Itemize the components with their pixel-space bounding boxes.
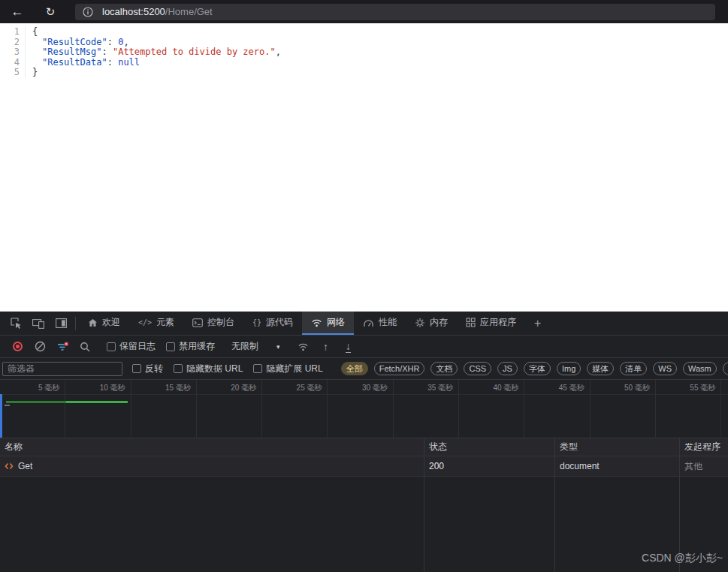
filter-pill-manifest[interactable]: 清单	[620, 362, 647, 375]
timeline-tick: 35 毫秒	[394, 380, 459, 438]
json-line: "ResultData": null	[32, 58, 281, 68]
column-header-initiator[interactable]: 发起程序	[680, 438, 728, 456]
timeline-tick: 50 毫秒	[591, 380, 656, 438]
filter-pill-css[interactable]: CSS	[464, 362, 491, 375]
request-initiator-cell: 其他	[680, 456, 728, 476]
table-filler-column	[424, 477, 555, 572]
divider	[75, 317, 76, 330]
address-bar[interactable]: localhost:5200/Home/Get	[75, 4, 715, 20]
timeline-tick: 10 毫秒	[65, 380, 131, 438]
timeline-tick: 30 毫秒	[328, 380, 393, 438]
more-tabs-button[interactable]: +	[525, 312, 550, 335]
line-number-gutter: 1 2 3 4 5	[0, 27, 26, 78]
preserve-log-checkbox[interactable]: 保留日志	[107, 340, 156, 353]
request-name-cell: Get	[0, 456, 424, 476]
checkbox-icon[interactable]	[166, 342, 175, 351]
home-icon	[88, 318, 98, 327]
timeline-tick: 25 毫秒	[262, 380, 328, 438]
table-filler-column	[0, 477, 424, 572]
performance-icon	[363, 318, 374, 327]
download-arrow-icon: ↓	[346, 341, 351, 353]
console-icon	[192, 318, 203, 327]
request-type-filters: 全部 Fetch/XHR 文档 CSS JS 字体 Img 媒体 清单 WS W…	[335, 362, 728, 375]
divider	[0, 394, 728, 395]
devtools-tool-icons	[0, 312, 72, 335]
tab-sources[interactable]: {}源代码	[243, 312, 302, 335]
network-overview[interactable]: 5 毫秒 10 毫秒 15 毫秒 20 毫秒 25 毫秒 30 毫秒 35 毫秒…	[0, 380, 728, 438]
search-button[interactable]	[74, 338, 96, 356]
json-line: }	[32, 68, 281, 78]
site-info-icon[interactable]	[83, 7, 93, 17]
line-number: 3	[0, 47, 20, 58]
tab-elements[interactable]: </>元素	[129, 312, 183, 335]
network-filter-bar: 反转 隐藏数据 URL 隐藏扩展 URL 全部 Fetch/XHR 文档 CSS…	[0, 358, 728, 380]
filter-pill-wasm[interactable]: Wasm	[683, 362, 717, 375]
checkbox-icon[interactable]	[174, 364, 183, 373]
filter-pill-img[interactable]: Img	[557, 362, 581, 375]
throttling-select[interactable]: 无限制	[231, 340, 258, 353]
column-header-type[interactable]: 类型	[555, 438, 680, 456]
url-text: localhost:5200/Home/Get	[102, 6, 213, 17]
sources-icon: {}	[252, 318, 261, 327]
json-response-view: 1 2 3 4 5 { "ResultCode": 0, "ResultMsg"…	[0, 23, 728, 78]
filter-pill-other[interactable]: 其他	[723, 362, 728, 375]
line-number: 4	[0, 58, 20, 68]
devtools-tabbar: 欢迎 </>元素 控制台 {}源代码 网络 性能 内存 应用程序 +	[0, 312, 728, 336]
watermark: CSDN @彭小彭~	[642, 552, 723, 565]
disable-cache-checkbox[interactable]: 禁用缓存	[166, 340, 215, 353]
line-number: 2	[0, 38, 20, 48]
timeline-tick: 5 毫秒	[0, 380, 65, 438]
filter-button[interactable]	[51, 338, 74, 356]
tab-network[interactable]: 网络	[302, 312, 354, 335]
line-number: 1	[0, 27, 20, 38]
json-line: "ResultCode": 0,	[32, 38, 281, 48]
line-number: 5	[0, 68, 20, 78]
tab-welcome[interactable]: 欢迎	[79, 312, 129, 335]
tab-memory[interactable]: 内存	[406, 312, 457, 335]
back-button[interactable]: ←	[9, 5, 26, 18]
filter-pill-media[interactable]: 媒体	[587, 362, 614, 375]
dock-side-button[interactable]	[50, 314, 72, 333]
filter-pill-js[interactable]: JS	[497, 362, 518, 375]
request-row[interactable]: Get 200 document 其他	[0, 456, 728, 477]
network-conditions-button[interactable]	[292, 338, 315, 356]
hide-extension-urls-checkbox[interactable]: 隐藏扩展 URL	[253, 363, 322, 375]
column-header-status[interactable]: 状态	[424, 438, 555, 456]
json-line: {	[32, 27, 281, 38]
url-path: /Home/Get	[165, 6, 213, 17]
network-toolbar: 保留日志 禁用缓存 无限制 ▾ ↑ ↓	[0, 336, 728, 358]
url-host: localhost:5200	[102, 6, 165, 17]
up-arrow-icon: ↑	[323, 342, 328, 352]
refresh-button[interactable]: ↻	[42, 6, 59, 17]
filter-pill-all[interactable]: 全部	[341, 362, 368, 375]
checkbox-icon[interactable]	[253, 364, 262, 373]
export-har-button[interactable]: ↓	[337, 338, 360, 356]
clear-button[interactable]	[29, 338, 51, 356]
checkbox-icon[interactable]	[132, 364, 141, 373]
tab-console[interactable]: 控制台	[183, 312, 243, 335]
hide-data-urls-checkbox[interactable]: 隐藏数据 URL	[174, 363, 243, 375]
json-code: { "ResultCode": 0, "ResultMsg": "Attempt…	[26, 27, 281, 78]
timeline-tick: 45 毫秒	[524, 380, 590, 438]
chevron-down-icon[interactable]: ▾	[276, 343, 280, 351]
device-toolbar-button[interactable]	[27, 314, 50, 333]
overview-window-handle[interactable]	[0, 394, 2, 438]
checkbox-icon[interactable]	[107, 342, 116, 351]
inspect-element-button[interactable]	[5, 314, 27, 333]
request-status-cell: 200	[424, 456, 555, 476]
elements-icon: </>	[138, 318, 152, 327]
filter-pill-ws[interactable]: WS	[653, 362, 677, 375]
record-icon	[13, 342, 23, 351]
record-button[interactable]	[6, 338, 29, 356]
tab-application[interactable]: 应用程序	[457, 312, 525, 335]
filter-pill-fetch-xhr[interactable]: Fetch/XHR	[374, 362, 425, 375]
network-filter-input[interactable]	[2, 362, 122, 376]
filter-pill-font[interactable]: 字体	[524, 362, 551, 375]
timeline-tick	[721, 380, 728, 438]
invert-checkbox[interactable]: 反转	[132, 363, 163, 375]
filter-pill-doc[interactable]: 文档	[430, 362, 458, 375]
import-har-button[interactable]: ↑	[315, 338, 337, 356]
column-header-name[interactable]: 名称	[0, 438, 424, 456]
tab-performance[interactable]: 性能	[354, 312, 406, 335]
devtools-panel: 欢迎 </>元素 控制台 {}源代码 网络 性能 内存 应用程序 + 保留日志 …	[0, 312, 728, 572]
